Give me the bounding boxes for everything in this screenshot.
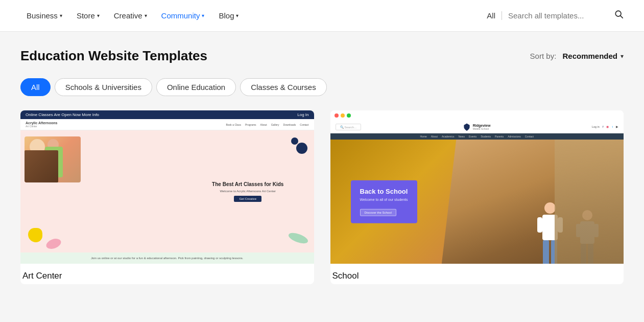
chevron-down-icon: ▾ bbox=[60, 13, 62, 18]
nav-label-store: Store bbox=[77, 11, 95, 20]
chevron-down-icon: ▾ bbox=[97, 13, 100, 18]
art-left bbox=[20, 130, 182, 252]
art-topbar-text: Online Classes Are Open Now More Info bbox=[26, 112, 99, 117]
school-topbar-login: Log in bbox=[592, 125, 600, 128]
search-input[interactable] bbox=[508, 11, 610, 20]
art-nav-link: Programs bbox=[245, 123, 256, 126]
school-label: School bbox=[330, 264, 624, 284]
art-nav-link: About bbox=[260, 123, 267, 126]
school-nav-link: Parents bbox=[495, 135, 504, 138]
art-center-thumbnail: Online Classes Are Open Now More Info Lo… bbox=[20, 110, 314, 264]
art-dot-blue-lg bbox=[296, 143, 307, 154]
school-nav-link: Home bbox=[420, 135, 427, 138]
school-brand: Ridgeview bbox=[473, 124, 491, 127]
search-icon[interactable] bbox=[614, 10, 624, 21]
search-wrapper bbox=[508, 10, 624, 21]
filter-tab-classes[interactable]: Classes & Courses bbox=[240, 78, 327, 96]
school-brand-sub: Middle School bbox=[473, 127, 491, 130]
main-content: Education Website Templates Sort by: Rec… bbox=[0, 32, 644, 322]
art-nav-link: Downloads bbox=[283, 123, 296, 126]
art-center-mock: Online Classes Are Open Now More Info Lo… bbox=[20, 110, 314, 264]
template-card-school[interactable]: 🔍 Search... Ridgeview Middle School L bbox=[330, 110, 624, 284]
art-hero-btn: Get Creative bbox=[234, 196, 261, 202]
school-nav: Home About Academics News Events Student… bbox=[330, 133, 624, 140]
chevron-down-icon: ▾ bbox=[145, 13, 147, 18]
svg-line-1 bbox=[621, 16, 623, 18]
dot-green bbox=[347, 113, 351, 118]
art-footer: Join us online or at our studio for a fu… bbox=[20, 252, 314, 264]
art-nav: Acrylic Afternoons Art Center Book a Cla… bbox=[20, 119, 314, 130]
template-grid: Online Classes Are Open Now More Info Lo… bbox=[20, 110, 624, 284]
school-shield-icon bbox=[463, 123, 471, 131]
template-card-art-center[interactable]: Online Classes Are Open Now More Info Lo… bbox=[20, 110, 314, 284]
school-search: 🔍 Search... bbox=[336, 124, 362, 130]
chevron-down-icon: ▾ bbox=[621, 53, 624, 60]
nav-item-community[interactable]: Community ▾ bbox=[155, 7, 211, 24]
art-body: The Best Art Classes for Kids Welcome to… bbox=[20, 130, 314, 252]
nav-label-blog: Blog bbox=[219, 11, 234, 20]
art-hero-sub: Welcome to Acrylic Afternoons Art Center bbox=[220, 190, 276, 193]
yt-icon: ▶ bbox=[616, 125, 618, 128]
art-dot-blue-sm bbox=[291, 137, 298, 145]
art-nav-link: Contact bbox=[300, 123, 308, 126]
tw-icon: t bbox=[612, 125, 613, 128]
sort-by-control[interactable]: Sort by: Recommended ▾ bbox=[530, 52, 624, 60]
school-nav-link: Academics bbox=[442, 135, 454, 138]
filter-tabs: All Schools & Universities Online Educat… bbox=[20, 78, 624, 96]
art-brand: Acrylic Afternoons bbox=[26, 121, 57, 125]
art-center-label: Art Center bbox=[20, 264, 314, 284]
school-nav-link: Students bbox=[481, 135, 491, 138]
school-dots bbox=[330, 110, 624, 121]
art-nav-link: Gallery bbox=[271, 123, 279, 126]
school-thumbnail: 🔍 Search... Ridgeview Middle School L bbox=[330, 110, 624, 264]
school-nav-link: Admissions bbox=[508, 135, 521, 138]
school-overlay-title: Back to School bbox=[360, 187, 408, 195]
nav-bar: Business ▾ Store ▾ Creative ▾ Community … bbox=[0, 0, 644, 32]
nav-item-business[interactable]: Business ▾ bbox=[20, 7, 68, 24]
school-overlay-card: Back to School Welcome to all of our stu… bbox=[351, 180, 417, 223]
sort-by-value: Recommended bbox=[562, 52, 617, 60]
school-nav-link: Contact bbox=[525, 135, 534, 138]
filter-tab-schools[interactable]: Schools & Universities bbox=[55, 78, 152, 96]
art-blob-green bbox=[288, 231, 309, 246]
art-brand-sub: Art Center bbox=[26, 125, 57, 128]
school-nav-link: Events bbox=[469, 135, 476, 138]
nav-item-creative[interactable]: Creative ▾ bbox=[108, 7, 153, 24]
chevron-down-icon: ▾ bbox=[236, 13, 238, 18]
nav-label-community: Community bbox=[161, 11, 200, 20]
school-mock: 🔍 Search... Ridgeview Middle School L bbox=[330, 110, 624, 264]
dot-yellow bbox=[341, 113, 345, 118]
nav-item-store[interactable]: Store ▾ bbox=[70, 7, 106, 24]
school-hero-photo bbox=[442, 140, 624, 264]
school-hero: Back to School Welcome to all of our stu… bbox=[330, 140, 624, 264]
nav-search: All bbox=[487, 10, 624, 21]
school-overlay-btn: Discover the School bbox=[360, 209, 396, 216]
school-nav-link: About bbox=[431, 135, 438, 138]
school-topbar: 🔍 Search... Ridgeview Middle School L bbox=[330, 121, 624, 133]
fb-icon: f bbox=[603, 125, 604, 128]
school-overlay-sub: Welcome to all of our students bbox=[360, 197, 408, 202]
chevron-down-icon: ▾ bbox=[202, 13, 204, 18]
school-nav-link: News bbox=[458, 135, 465, 138]
nav-item-blog[interactable]: Blog ▾ bbox=[212, 7, 245, 24]
nav-items: Business ▾ Store ▾ Creative ▾ Community … bbox=[20, 7, 487, 24]
dot-red bbox=[335, 113, 339, 118]
art-blob-pink bbox=[45, 237, 62, 250]
nav-label-business: Business bbox=[27, 11, 58, 20]
filter-all-label[interactable]: All bbox=[487, 11, 502, 20]
filter-tab-all[interactable]: All bbox=[20, 78, 51, 96]
filter-tab-online[interactable]: Online Education bbox=[156, 78, 236, 96]
page-header: Education Website Templates Sort by: Rec… bbox=[20, 48, 624, 64]
sort-by-label: Sort by: bbox=[530, 52, 557, 60]
art-photo bbox=[25, 136, 81, 182]
ig-icon: ◉ bbox=[606, 125, 609, 128]
art-hero-title: The Best Art Classes for Kids bbox=[212, 181, 283, 188]
art-topbar-login: Log In bbox=[297, 112, 308, 117]
art-nav-link: Book a Class bbox=[226, 123, 241, 126]
nav-label-creative: Creative bbox=[114, 11, 142, 20]
page-title: Education Website Templates bbox=[20, 48, 207, 64]
art-right: The Best Art Classes for Kids Welcome to… bbox=[182, 130, 314, 252]
art-blob-yellow bbox=[28, 228, 42, 242]
art-top-bar: Online Classes Are Open Now More Info Lo… bbox=[20, 110, 314, 119]
